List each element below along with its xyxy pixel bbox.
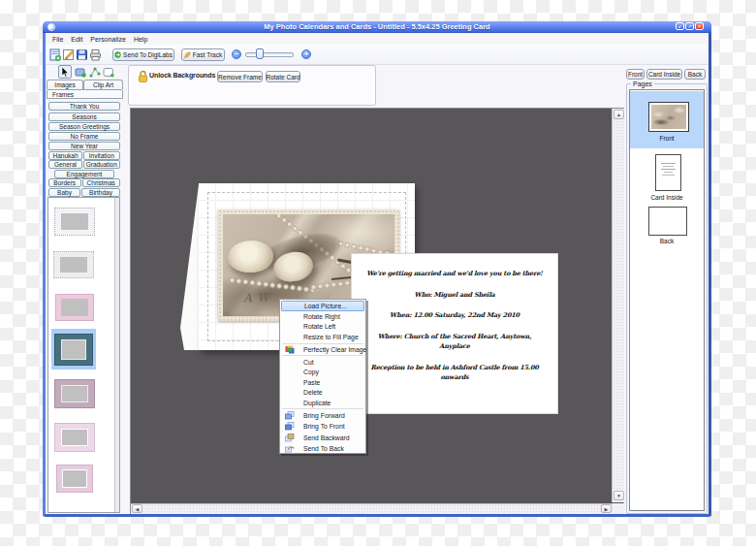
menu-item-delete[interactable]: Delete	[280, 387, 365, 398]
page-item-back[interactable]: Back	[630, 205, 704, 253]
menu-item-load-picture[interactable]: Load Picture...	[281, 301, 364, 311]
scroll-right-button[interactable]: ▶	[601, 504, 612, 513]
category-thank-you-button[interactable]: Thank You	[48, 102, 120, 111]
menu-item-paste[interactable]: Paste	[280, 377, 365, 388]
print-icon[interactable]	[89, 48, 102, 61]
category-general-button[interactable]: General	[48, 160, 82, 169]
frame-thumbnail-7[interactable]	[56, 465, 93, 493]
canvas-horizontal-scrollbar[interactable]: ◀ ▶	[131, 503, 613, 514]
send-icon	[114, 51, 121, 58]
invitation-line-5: Reception to be held in Ashford Castle f…	[358, 363, 551, 383]
frame-thumbnail-1[interactable]	[54, 208, 95, 236]
pages-list: Front Card Inside Back	[629, 89, 705, 511]
menu-item-resize-to-fill-page[interactable]: Resize to Fill Page	[280, 332, 365, 342]
design-canvas[interactable]: A W We're getting married and we'd love …	[131, 109, 612, 502]
card-inside-page-button[interactable]: Card Inside	[646, 69, 682, 80]
close-button[interactable]: ✕	[695, 22, 704, 30]
category-hanukah-button[interactable]: Hanukah	[48, 151, 82, 160]
zoom-slider-handle[interactable]	[256, 48, 264, 59]
node-tool-icon	[89, 67, 101, 78]
page-thumb-card-inside	[655, 154, 681, 191]
frames-list-scrollbar[interactable]	[114, 198, 119, 512]
title-bar[interactable]: My Photo Calendars and Cards - Untitled …	[43, 21, 711, 33]
page-item-card-inside[interactable]: Card Inside	[630, 148, 704, 205]
menu-item-perfectly-clear-image[interactable]: Perfectly Clear Image	[280, 344, 365, 355]
tab-clipart[interactable]: Clip Art	[83, 80, 123, 89]
category-borders-button[interactable]: Borders	[48, 178, 81, 187]
tab-frames[interactable]: Frames	[47, 89, 123, 99]
app-window: My Photo Calendars and Cards - Untitled …	[43, 21, 711, 517]
category-new-year-button[interactable]: New Year	[48, 142, 120, 150]
category-invitation-button[interactable]: Invitation	[83, 151, 121, 160]
invitation-line-1: We're getting married and we'd love you …	[358, 269, 551, 279]
invitation-line-4: Where: Church of the Sacred Heart, Anyto…	[376, 332, 534, 352]
main-toolbar: Send To DigiLabs Fast Track − +	[46, 45, 709, 65]
scroll-up-button[interactable]: ▲	[614, 110, 624, 119]
save-icon[interactable]	[76, 48, 88, 61]
remove-frame-button[interactable]: Remove Frame	[217, 71, 263, 82]
background-options-panel: Unlock Backgrounds Remove Frame Rotate C…	[128, 65, 376, 106]
edit-document-icon[interactable]	[62, 48, 75, 61]
restore-button[interactable]: ↗	[685, 22, 694, 30]
rotate-card-button[interactable]: Rotate Card	[266, 71, 300, 82]
zoom-in-button[interactable]: +	[301, 49, 311, 59]
frame-thumbnail-5[interactable]	[54, 379, 95, 408]
tab-images[interactable]: Images	[47, 80, 83, 89]
frame-thumbnail-6[interactable]	[54, 423, 95, 452]
page-thumb-back	[648, 207, 687, 236]
send-to-back-icon	[285, 444, 295, 453]
category-seasons-button[interactable]: Seasons	[48, 112, 120, 121]
menu-item-bring-forward[interactable]: Bring Forward	[280, 409, 365, 421]
frame-thumbnail-2[interactable]	[53, 251, 94, 278]
add-picture-tool-button[interactable]	[74, 65, 87, 79]
menu-item-send-to-back[interactable]: Send To Back	[280, 443, 365, 455]
category-no-frame-button[interactable]: No Frame	[48, 132, 120, 141]
menu-item-cut[interactable]: Cut	[280, 357, 365, 368]
category-engagement-button[interactable]: Engagement	[54, 170, 114, 178]
scroll-left-button[interactable]: ◀	[132, 504, 142, 513]
menu-item-bring-to-front[interactable]: Bring To Front	[280, 421, 365, 433]
menu-item-send-backward[interactable]: Send Backward	[280, 432, 365, 443]
menu-edit[interactable]: Edit	[67, 36, 86, 43]
canvas-vertical-scrollbar[interactable]: ▲ ▼	[612, 109, 624, 502]
menu-personalize[interactable]: Personalize	[86, 36, 130, 43]
back-page-button[interactable]: Back	[684, 69, 706, 80]
scrollbar-corner	[613, 503, 624, 514]
category-baby-button[interactable]: Baby	[48, 188, 80, 197]
photo-script-text: A W	[243, 291, 270, 305]
frame-thumbnail-4[interactable]	[54, 334, 93, 366]
page-thumb-front	[648, 102, 689, 132]
page-item-front[interactable]: Front	[630, 91, 704, 148]
menu-file[interactable]: File	[48, 36, 67, 43]
category-birthday-button[interactable]: Birthday	[81, 188, 120, 197]
category-season-greetings-button[interactable]: Season Greetings	[48, 122, 120, 131]
zoom-slider[interactable]	[245, 52, 294, 57]
send-to-digilabs-button[interactable]: Send To DigiLabs	[112, 48, 174, 61]
pages-panel: Pages Front Card Inside B	[626, 83, 708, 514]
frame-tool-icon	[103, 67, 114, 78]
picture-tool-icon	[75, 67, 86, 78]
frame-thumbnail-3[interactable]	[55, 294, 94, 321]
category-christmas-button[interactable]: Christmas	[82, 178, 121, 187]
canvas-area: A W We're getting married and we'd love …	[130, 108, 624, 514]
category-graduation-button[interactable]: Graduation	[83, 160, 121, 169]
node-tool-button[interactable]	[88, 65, 102, 79]
menu-item-copy[interactable]: Copy	[280, 367, 365, 377]
invitation-text-panel[interactable]: We're getting married and we'd love you …	[351, 253, 558, 414]
front-page-button[interactable]: Front	[626, 69, 645, 80]
menu-item-rotate-right[interactable]: Rotate Right	[280, 311, 365, 322]
frames-list	[47, 197, 120, 513]
unlock-backgrounds-label[interactable]: Unlock Backgrounds	[149, 72, 215, 79]
select-tool-button[interactable]	[58, 65, 72, 79]
fast-track-button[interactable]: Fast Track	[181, 48, 225, 61]
frame-tool-button[interactable]	[102, 65, 115, 79]
minimize-button[interactable]: ↙	[676, 22, 684, 30]
scroll-down-button[interactable]: ▼	[614, 491, 624, 500]
menu-item-rotate-left[interactable]: Rotate Left	[280, 322, 365, 333]
bring-forward-icon	[285, 411, 295, 420]
new-document-icon[interactable]	[48, 48, 61, 61]
menu-item-duplicate[interactable]: Duplicate	[280, 398, 365, 408]
context-menu: Load Picture... Rotate Right Rotate Left…	[279, 299, 366, 454]
menu-help[interactable]: Help	[130, 36, 151, 43]
zoom-out-button[interactable]: −	[232, 49, 241, 59]
